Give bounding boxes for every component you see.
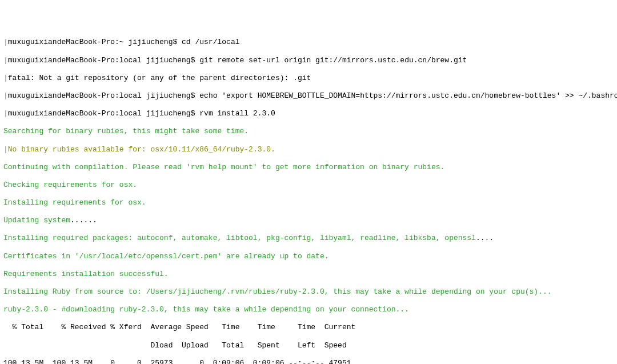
terminal-line-4: |muxuguixiandeMacBook-Pro:local jijiuche…	[3, 91, 614, 101]
cursor-marker: |	[3, 91, 8, 100]
curl-progress: 100 13.5M 100 13.5M 0 0 25973 0 0:09:06 …	[3, 359, 614, 364]
shell-prompt: muxuguixiandeMacBook-Pro:local jijiuchen…	[8, 109, 199, 118]
rvm-output: |No binary rubies available for: osx/10.…	[3, 145, 614, 154]
terminal-line-5: |muxuguixiandeMacBook-Pro:local jijiuche…	[3, 109, 614, 118]
shell-command: rvm install 2.3.0	[199, 109, 275, 118]
rvm-output: Requirements installation successful.	[3, 270, 614, 279]
terminal-line-2: |muxuguixiandeMacBook-Pro:local jijiuche…	[3, 56, 614, 65]
rvm-output: Updating system......	[3, 216, 614, 225]
cursor-marker: |	[3, 56, 8, 65]
shell-command: cd /usr/local	[182, 38, 239, 46]
rvm-certs-msg: Certificates in '/usr/local/etc/openssl/…	[3, 252, 329, 261]
rvm-output: Installing requirements for osx.	[3, 198, 614, 207]
shell-prompt: muxuguixiandeMacBook-Pro:local jijiuchen…	[8, 56, 199, 65]
rvm-check-req-msg: Checking requirements for osx.	[3, 181, 137, 189]
rvm-downloading-msg: ruby-2.3.0 - #downloading ruby-2.3.0, th…	[3, 305, 409, 314]
progress-dots: ....	[476, 234, 494, 242]
git-error-output: fatal: Not a git repository (or any of t…	[8, 74, 311, 82]
rvm-install-ruby-msg: Installing Ruby from source to: /Users/j…	[3, 287, 552, 296]
shell-prompt: muxuguixiandeMacBook-Pro:local jijiuchen…	[8, 91, 199, 100]
shell-command: echo 'export HOMEBREW_BOTTLE_DOMAIN=http…	[199, 91, 617, 100]
rvm-install-pkgs-msg: Installing required packages: autoconf, …	[3, 234, 476, 242]
rvm-search-msg: Searching for binary rubies, this might …	[3, 127, 249, 135]
rvm-req-success-msg: Requirements installation successful.	[3, 270, 169, 278]
shell-command: git remote set-url origin git://mirrors.…	[199, 56, 467, 65]
rvm-update-system-msg: Updating system	[3, 216, 70, 225]
rvm-output: Installing required packages: autoconf, …	[3, 234, 614, 243]
cursor-marker: |	[3, 74, 8, 82]
rvm-output: Continuing with compilation. Please read…	[3, 163, 614, 172]
cursor-marker: |	[3, 145, 8, 154]
cursor-marker: |	[3, 109, 8, 118]
rvm-output: Certificates in '/usr/local/etc/openssl/…	[3, 252, 614, 261]
progress-dots: ......	[70, 216, 97, 225]
shell-prompt: muxuguixiandeMacBook-Pro:~ jijiucheng$	[8, 38, 182, 46]
terminal-line-1: |muxuguixiandeMacBook-Pro:~ jijiucheng$ …	[3, 38, 614, 47]
rvm-output: Searching for binary rubies, this might …	[3, 127, 614, 136]
rvm-compile-msg: Continuing with compilation. Please read…	[3, 163, 444, 171]
rvm-no-binary-msg: No binary rubies available for: osx/10.1…	[8, 145, 275, 154]
cursor-marker: |	[3, 38, 8, 46]
rvm-install-req-msg: Installing requirements for osx.	[3, 198, 146, 207]
rvm-output: Checking requirements for osx.	[3, 181, 614, 190]
curl-header-1: % Total % Received % Xferd Average Speed…	[3, 323, 614, 332]
curl-header-2: Dload Upload Total Spent Left Speed	[3, 341, 614, 350]
rvm-output: Installing Ruby from source to: /Users/j…	[3, 287, 614, 297]
terminal-line-3: |fatal: Not a git repository (or any of …	[3, 74, 614, 83]
rvm-output: ruby-2.3.0 - #downloading ruby-2.3.0, th…	[3, 305, 614, 314]
